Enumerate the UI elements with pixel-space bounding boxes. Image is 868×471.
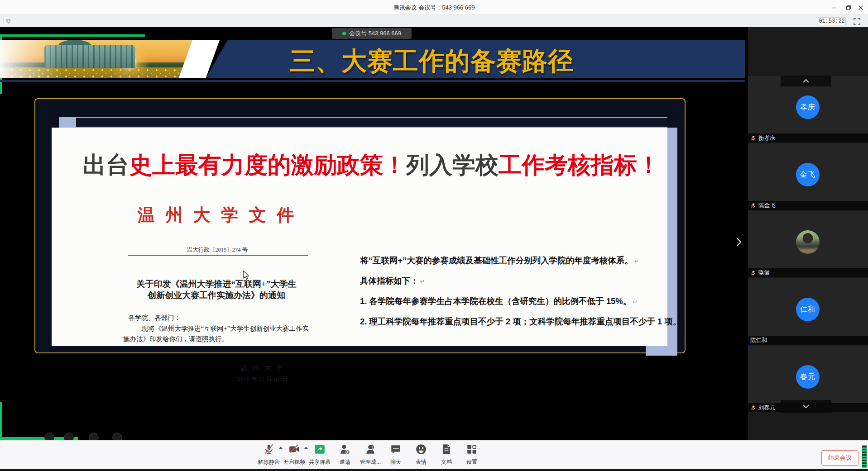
slide-notes: 将“互联网+”大赛的参赛成绩及基础性工作分别列入学院的年度考核体系。↵ 具体指标… [360,250,668,332]
docs-button[interactable]: 文档 [434,440,459,469]
avatar: 金飞 [796,163,820,186]
mic-muted-icon [750,270,756,276]
manage-members-icon [364,443,376,455]
restore-icon [846,5,851,10]
participant-name: 衡孝庆 [758,134,776,142]
invite-button[interactable]: 邀请 [332,440,358,469]
mic-muted-icon [750,405,756,411]
camera-off-icon [288,443,300,455]
share-screen-button[interactable]: 共享屏幕 [307,440,332,469]
return-mark-icon: ↵ [633,299,638,305]
slide-banner-title: 三、大赛工作的备赛路径 [290,44,574,79]
minimize-button[interactable] [827,0,841,15]
close-icon [858,5,863,10]
emoji-button[interactable]: 表情 [408,440,434,469]
note-line-3: 1. 各学院每年参赛学生占本学院在校生（含研究生）的比例不低于 15%。↵ [360,291,668,311]
invite-icon [339,443,351,455]
participant-tile[interactable]: 骆徽 [748,211,868,277]
mouse-cursor-icon [242,271,250,281]
fullscreen-button[interactable] [852,18,861,25]
participant-tile[interactable]: 仁和 陈仁和 [748,278,868,345]
photo-fade [0,40,205,78]
participant-name: 骆徽 [758,269,770,277]
security-shield-button[interactable] [3,17,13,25]
document-body-line2: 施办法》印发给你们，请遵照执行。 [123,335,228,343]
tencent-meeting-window: 腾讯会议 会议号：543 966 669 01:53:22 会议号 543 96… [0,0,868,471]
participant-label: 衡孝庆 [748,133,868,143]
audio-level-indicator [862,445,867,468]
meeting-timer: 01:53:22 [818,17,846,25]
settings-button[interactable]: 设置 [459,440,484,469]
mic-muted-icon [263,443,275,455]
sidebar-expand-arrow[interactable] [734,236,743,248]
participants-scroll-down[interactable] [781,400,831,413]
participant-name: 刘春元 [758,404,776,412]
return-mark-icon: ↵ [420,278,425,285]
document-red-rule [128,255,308,256]
document-body-line1: 现将《温州大学推进“互联网+”大学生创新创业大赛工作实 [142,324,309,333]
shield-icon [6,18,11,24]
meeting-id-text: 会议号 543 966 669 [349,29,401,38]
live-dot-icon [342,32,346,35]
chat-button[interactable]: 聊天 [383,440,408,469]
share-border-left-bottom [0,402,2,440]
panel-corner-square [59,117,76,128]
document-signature: 温 州 大 学 [204,364,321,372]
document-salutation: 各学院、各部门： [128,314,181,322]
close-button[interactable] [854,0,868,15]
participant-label: 陈金飞 [748,201,868,210]
fullscreen-icon [854,18,860,25]
participant-tile[interactable]: 金飞 陈金飞 [748,143,868,210]
slide-header-photo [0,40,205,78]
mic-muted-icon [750,135,756,141]
unmute-button[interactable]: 解除静音 [256,440,282,469]
chevron-right-icon [736,237,742,247]
participant-label: 陈仁和 [748,336,868,345]
headline-seg3: 列入学校 [406,152,499,178]
note-line-1: 将“互联网+”大赛的参赛成绩及基础性工作分别列入学院的年度考核体系。↵ [360,250,668,271]
participant-label: 骆徽 [748,268,868,277]
headline-seg1: 出台 [83,152,129,178]
slide-headline: 出台史上最有力度的激励政策！列入学校工作考核指标！ [83,150,671,181]
headline-seg4: 工作考核指标！ [499,152,660,178]
toolbar-items: 解除静音 开启视频 共享屏幕 [256,440,484,469]
document-number: 温大行政〔2019〕274 号 [122,246,312,254]
chevron-down-icon [802,404,810,409]
avatar: 春元 [796,365,820,389]
return-mark-icon: ↵ [634,258,639,265]
participant-name: 陈金飞 [758,202,776,209]
settings-grid-icon [466,443,478,455]
bottom-edge [0,469,868,471]
participant-name: 陈仁和 [750,337,767,344]
document-letterhead: 温 州 大 学 文 件 [122,204,312,227]
headline-seg2: 史上最有力度的激励政策！ [129,152,406,178]
minimize-icon [831,5,837,10]
avatar: 仁和 [796,298,820,321]
chat-icon [390,443,402,455]
participants-scroll-up[interactable] [781,76,831,86]
note-line-2: 具体指标如下：↵ [360,271,668,291]
emoji-icon [415,443,427,455]
avatar: 孝庆 [796,95,820,119]
chevron-up-icon [802,79,810,83]
note-line-4: 2. 理工科学院每年推荐重点项目不少于 2 项；文科学院每年推荐重点项目不少于 … [360,311,668,332]
panel-bottom-corner [646,346,667,356]
avatar-photo [796,230,820,254]
banner-underline [0,80,745,82]
document-date: 2019 年 12 月 31 日 [204,375,321,383]
share-border-top [0,34,145,37]
document-title-line2: 创新创业大赛工作实施办法》的通知 [108,290,325,301]
panel-top-strip [76,117,667,128]
mic-muted-icon [750,203,756,209]
document-title-line1: 关于印发《温州大学推进“互联网+”大学生 [108,278,325,290]
sub-toolbar [0,15,868,27]
meeting-id-pill[interactable]: 会议号 543 966 669 [332,28,412,39]
share-screen-icon [314,443,326,455]
window-title: 腾讯会议 会议号：543 966 669 [0,0,868,15]
start-video-button[interactable]: 开启视频 [282,440,307,469]
end-meeting-button[interactable]: 结束会议 [821,450,858,466]
docs-icon [441,443,452,455]
manage-members-button[interactable]: 管理成... [358,440,383,469]
